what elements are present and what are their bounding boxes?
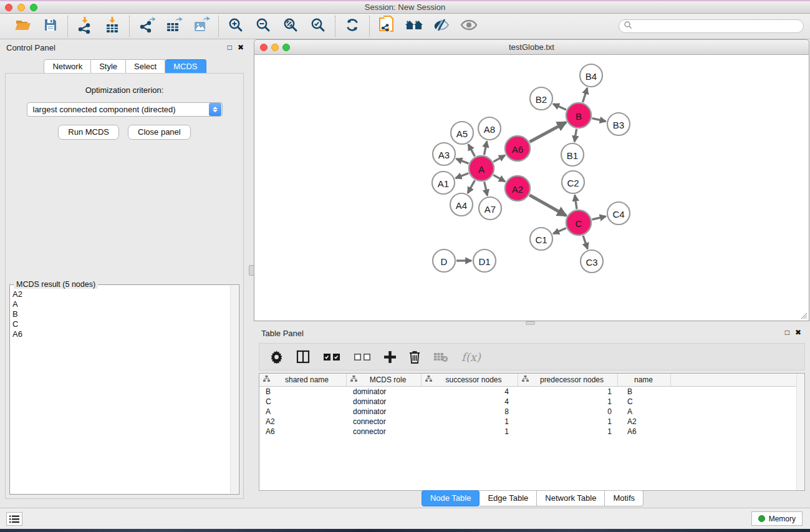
table-cell[interactable]: A (259, 407, 347, 416)
table-cell[interactable]: dominator (347, 387, 422, 396)
tab-edge-table[interactable]: Edge Table (480, 490, 537, 506)
table-cell[interactable]: A (618, 407, 671, 416)
tab-node-table[interactable]: Node Table (422, 490, 480, 506)
result-item[interactable]: B (12, 309, 239, 319)
tab-select[interactable]: Select (126, 59, 165, 74)
hide-selected-button[interactable] (430, 16, 453, 37)
save-session-button[interactable] (39, 16, 62, 37)
new-network-from-selection-button[interactable] (375, 16, 398, 37)
table-settings-button[interactable] (270, 351, 283, 364)
table-cell[interactable]: 1 (422, 427, 518, 436)
network-close-button[interactable] (260, 44, 268, 51)
table-cell[interactable]: A6 (259, 427, 347, 436)
delete-column-button[interactable] (409, 351, 420, 364)
tab-network[interactable]: Network (44, 59, 91, 74)
table-cell[interactable]: connector (347, 417, 422, 426)
result-list-scrollbar[interactable] (230, 286, 238, 493)
import-network-button[interactable] (74, 16, 96, 37)
refresh-button[interactable] (341, 16, 364, 37)
export-image-button[interactable] (190, 16, 213, 37)
table-row[interactable]: Cdominator41C (259, 397, 804, 407)
table-row[interactable]: A2connector11A2 (259, 417, 804, 427)
table-cell[interactable]: 8 (422, 407, 518, 416)
float-table-panel-icon[interactable]: □ (785, 328, 789, 337)
graph-edge-A-A8[interactable] (484, 142, 486, 155)
open-session-button[interactable] (12, 16, 34, 37)
zoom-out-button[interactable] (252, 16, 274, 37)
table-cell[interactable]: connector (347, 427, 422, 436)
graph-edge-B-B3[interactable] (592, 118, 605, 122)
table-cell[interactable]: dominator (347, 397, 422, 406)
window-resize-grip[interactable] (800, 312, 808, 319)
zoom-selected-button[interactable] (307, 16, 329, 37)
graph-edge-A-A1[interactable] (456, 173, 469, 178)
graph-edge-A-A2[interactable] (493, 175, 505, 181)
result-item[interactable]: A6 (12, 329, 239, 339)
table-cell[interactable]: dominator (347, 407, 422, 416)
tab-network-table[interactable]: Network Table (537, 490, 605, 506)
table-cell[interactable]: B (259, 387, 347, 396)
home-networks-button[interactable] (403, 16, 425, 37)
graph-edge-B-B4[interactable] (583, 88, 587, 102)
table-cell[interactable]: 1 (422, 417, 518, 426)
table-cell[interactable]: A6 (618, 427, 671, 436)
zoom-fit-button[interactable] (279, 16, 302, 37)
tab-motifs[interactable]: Motifs (605, 490, 644, 506)
table-scrollbar[interactable] (796, 374, 804, 490)
graph-edge-C-C4[interactable] (592, 216, 605, 220)
network-zoom-button[interactable] (282, 44, 290, 51)
table-cell[interactable]: 1 (518, 417, 618, 426)
table-cell[interactable]: A2 (259, 417, 347, 426)
table-cell[interactable]: 0 (518, 407, 618, 416)
column-header-successor-nodes[interactable]: successor nodes (422, 374, 518, 386)
result-item[interactable]: C (12, 319, 239, 329)
graph-edge-A6-B[interactable] (529, 122, 566, 142)
close-window-button[interactable] (5, 4, 12, 11)
graph-edge-C-C1[interactable] (553, 228, 566, 234)
table-cell[interactable]: B (618, 387, 671, 396)
table-row[interactable]: Adominator80A (259, 407, 804, 417)
graph-edge-A-A7[interactable] (485, 181, 488, 195)
table-cell[interactable]: A2 (618, 417, 671, 426)
graph-edge-A-A3[interactable] (456, 159, 469, 164)
unselect-all-columns-button[interactable] (354, 353, 371, 361)
export-table-button[interactable] (163, 16, 185, 37)
select-all-columns-button[interactable] (323, 353, 340, 361)
table-cell[interactable]: C (618, 397, 671, 406)
float-panel-icon[interactable]: □ (228, 43, 232, 52)
graph-edge-A-A5[interactable] (468, 144, 475, 156)
tab-style[interactable]: Style (91, 59, 126, 74)
network-window-titlebar[interactable]: testGlobe.txt (254, 39, 809, 55)
table-row[interactable]: Bdominator41B (259, 387, 804, 397)
show-all-button[interactable] (458, 16, 480, 37)
function-builder-button[interactable]: f(x) (461, 351, 481, 364)
column-header-predecessor-nodes[interactable]: predecessor nodes (518, 374, 618, 386)
memory-button[interactable]: Memory (751, 511, 803, 526)
zoom-in-button[interactable] (224, 16, 247, 37)
graph-edge-B-B1[interactable] (574, 129, 576, 142)
horizontal-split-grip[interactable] (526, 321, 535, 325)
graph-edge-C-C2[interactable] (575, 195, 577, 209)
search-field[interactable] (619, 19, 804, 33)
close-panel-button[interactable]: Close panel (128, 125, 191, 140)
graph-edge-B-B2[interactable] (553, 104, 566, 110)
column-header-MCDS-role[interactable]: MCDS role (347, 374, 422, 386)
minimize-window-button[interactable] (17, 4, 25, 11)
run-mcds-button[interactable]: Run MCDS (58, 125, 119, 140)
table-cell[interactable]: C (259, 397, 347, 406)
create-column-button[interactable] (384, 351, 396, 363)
tab-mcds[interactable]: MCDS (165, 59, 206, 74)
result-item[interactable]: A (12, 299, 239, 309)
import-table-button[interactable] (101, 16, 123, 37)
table-cell[interactable]: 1 (518, 427, 618, 436)
table-cell[interactable]: 4 (422, 387, 518, 396)
zoom-window-button[interactable] (30, 4, 37, 11)
show-panels-menu-button[interactable] (6, 512, 22, 526)
search-input[interactable] (635, 21, 803, 32)
table-cell[interactable]: 4 (422, 397, 518, 406)
table-row[interactable]: A6connector11A6 (259, 427, 804, 437)
column-header-shared-name[interactable]: shared name (259, 374, 347, 386)
table-cell[interactable]: 1 (518, 387, 618, 396)
network-minimize-button[interactable] (271, 44, 279, 51)
show-column-panel-button[interactable] (296, 350, 310, 364)
